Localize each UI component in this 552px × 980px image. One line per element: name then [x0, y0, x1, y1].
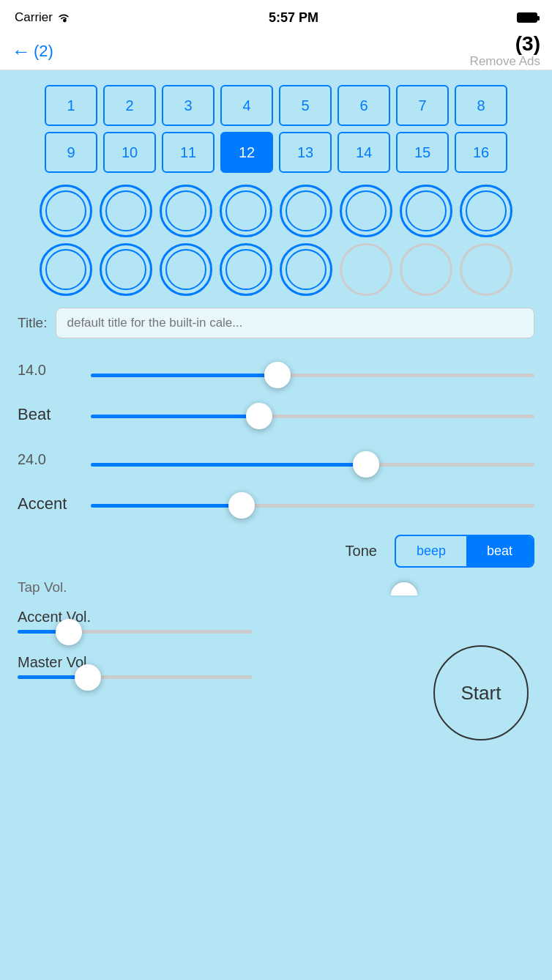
page-num: (3): [515, 34, 540, 54]
start-button[interactable]: Start: [433, 645, 529, 740]
accent-section: 24.0 Accent: [12, 445, 540, 520]
tap-vol-label: Tap Vol.: [18, 579, 67, 595]
circle-row-2: [40, 243, 512, 296]
circle-13[interactable]: [280, 243, 332, 296]
tone-label: Tone: [346, 543, 377, 560]
title-label: Title:: [18, 315, 47, 331]
beat-cell-7[interactable]: 7: [396, 85, 449, 126]
circle-14[interactable]: [340, 243, 392, 296]
circle-11[interactable]: [160, 243, 212, 296]
circle-row-1: [40, 185, 512, 237]
circle-3[interactable]: [160, 185, 212, 237]
beat-cell-2[interactable]: 2: [103, 85, 156, 126]
main-content: 1 2 3 4 5 6 7 8 9 10 11 12 13 14 15 16: [0, 70, 552, 980]
circle-1[interactable]: [40, 185, 92, 237]
beat-cell-8[interactable]: 8: [455, 85, 507, 126]
accent-slider-1[interactable]: [91, 450, 534, 479]
circle-2[interactable]: [100, 185, 152, 237]
beat-label: Beat: [18, 405, 91, 424]
beat-cell-4[interactable]: 4: [220, 85, 273, 126]
circle-4[interactable]: [220, 185, 272, 237]
circle-5[interactable]: [280, 185, 332, 237]
tone-row: Tone beep beat: [12, 535, 534, 568]
circle-7[interactable]: [400, 185, 452, 237]
circle-12[interactable]: [220, 243, 272, 296]
tone-beat-button[interactable]: beat: [466, 536, 533, 566]
beat-row-1: 1 2 3 4 5 6 7 8: [12, 85, 540, 126]
beat-cell-16[interactable]: 16: [455, 132, 507, 173]
tone-beep-button[interactable]: beep: [396, 536, 466, 566]
back-label: (2): [34, 42, 53, 61]
remove-ads-button[interactable]: Remove Ads: [470, 54, 540, 69]
beat-cell-3[interactable]: 3: [162, 85, 215, 126]
beat-row-2: 9 10 11 12 13 14 15 16: [12, 132, 540, 173]
bottom-controls: Accent Vol. Master Vol. Start: [12, 601, 540, 748]
beat-cell-13[interactable]: 13: [279, 132, 332, 173]
battery-icon: [517, 12, 537, 23]
accent-vol-row: Accent Vol.: [12, 601, 540, 641]
circle-15[interactable]: [400, 243, 452, 296]
beat-cell-15[interactable]: 15: [396, 132, 449, 173]
status-bar: Carrier 5:57 PM: [0, 0, 552, 32]
tone-segmented-control: beep beat: [395, 535, 534, 568]
carrier-label: Carrier: [15, 10, 70, 25]
beat-slider-2[interactable]: [91, 401, 534, 431]
accent-slider-2[interactable]: [91, 491, 534, 520]
beat-cell-11[interactable]: 11: [162, 132, 215, 173]
back-button[interactable]: ← (2): [12, 42, 53, 61]
title-input[interactable]: [56, 308, 534, 338]
nav-right: (3) Remove Ads: [470, 34, 540, 69]
status-time: 5:57 PM: [269, 10, 318, 26]
back-arrow-icon: ←: [12, 42, 31, 61]
circle-10[interactable]: [100, 243, 152, 296]
nav-bar: ← (2) (3) Remove Ads: [0, 32, 552, 70]
circle-6[interactable]: [340, 185, 392, 237]
beat-cell-10[interactable]: 10: [103, 132, 156, 173]
accent-vol-label: Accent Vol.: [18, 609, 534, 626]
beat-cell-14[interactable]: 14: [337, 132, 390, 173]
master-vol-slider[interactable]: [18, 675, 252, 679]
beat-cell-12[interactable]: 12: [220, 132, 273, 173]
circle-9[interactable]: [40, 243, 92, 296]
tap-vol-partial-row: Tap Vol.: [12, 579, 540, 595]
beat-cell-9[interactable]: 9: [45, 132, 97, 173]
beat-grid: 1 2 3 4 5 6 7 8 9 10 11 12 13 14 15 16: [12, 85, 540, 173]
tap-vol-thumb-partial: [391, 582, 417, 595]
beat-cell-5[interactable]: 5: [279, 85, 332, 126]
accent-label: Accent: [18, 494, 91, 513]
circle-16[interactable]: [460, 243, 512, 296]
accent-value: 24.0: [18, 451, 46, 467]
title-row: Title:: [12, 308, 540, 338]
beat-cell-1[interactable]: 1: [45, 85, 97, 126]
wifi-icon: [57, 12, 70, 23]
beat-slider-1[interactable]: [91, 360, 534, 390]
beat-cell-6[interactable]: 6: [337, 85, 390, 126]
start-button-wrapper: Start: [433, 645, 529, 740]
accent-vol-slider[interactable]: [18, 630, 252, 634]
circle-grid: [12, 185, 540, 296]
circle-8[interactable]: [460, 185, 512, 237]
beat-value: 14.0: [18, 362, 46, 378]
beat-section: 14.0 Beat: [12, 356, 540, 431]
